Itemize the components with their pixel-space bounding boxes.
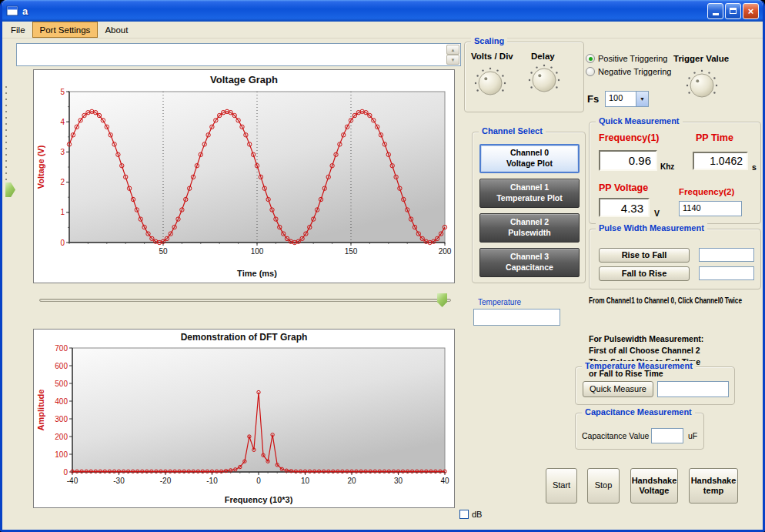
horizontal-slider-track[interactable]	[39, 299, 451, 302]
message-textbox[interactable]: ▲ ▼	[16, 43, 461, 66]
svg-text:500: 500	[55, 380, 68, 388]
channel-select-group: Channel Select Channel 0 Voltage Plot Ch…	[472, 132, 586, 283]
quick-measure-button[interactable]: Quick Measure	[583, 381, 653, 397]
negative-triggering-radio[interactable]: Negative Triggering	[586, 67, 671, 76]
menu-file[interactable]: File	[4, 22, 32, 38]
channel3-line2: Capacitance	[506, 263, 553, 273]
svg-text:Time (ms): Time (ms)	[237, 269, 277, 278]
channel1-line2: Temperature Plot	[496, 193, 563, 204]
handshake-voltage-line1: Handshake	[632, 476, 677, 486]
handshake-voltage-button[interactable]: Handshake Voltage	[630, 468, 678, 504]
svg-text:200: 200	[55, 433, 68, 441]
instruction-line3: First of all Choose Channel 2	[589, 346, 700, 355]
channel1-line1: Channel 1	[510, 182, 549, 193]
quick-measurement-group: Quick Measurement Frequency(1) PP Time 0…	[589, 122, 761, 224]
vertical-slider-thumb[interactable]	[5, 182, 15, 197]
db-checkbox-label: dB	[472, 510, 482, 519]
close-button[interactable]: ×	[743, 3, 759, 19]
maximize-icon	[730, 8, 737, 14]
svg-text:10: 10	[301, 477, 310, 485]
menu-about[interactable]: About	[98, 22, 135, 38]
svg-text:0: 0	[63, 468, 68, 477]
delay-label: Delay	[531, 52, 555, 61]
temperature-measurement-group: Temperature Measurement Quick Measure	[575, 366, 735, 405]
maximize-button[interactable]	[725, 3, 741, 19]
svg-text:4: 4	[60, 118, 65, 126]
fs-value[interactable]: 100	[605, 91, 636, 107]
svg-text:40: 40	[440, 477, 449, 485]
app-icon	[6, 5, 18, 17]
capacitance-value-field[interactable]	[651, 428, 683, 443]
svg-text:Frequency (10*3): Frequency (10*3)	[225, 495, 293, 504]
frequency1-label: Frequency(1)	[599, 132, 660, 143]
frequency1-unit: Khz	[660, 162, 674, 171]
svg-text:30: 30	[394, 477, 403, 485]
capacitance-measurement-group: Capacitance Measurement Capacitance Valu…	[575, 413, 704, 450]
rise-to-fall-field[interactable]	[699, 248, 754, 262]
vertical-slider[interactable]	[3, 82, 17, 291]
frequency1-field[interactable]: 0.96	[599, 150, 657, 171]
rise-to-fall-button[interactable]: Rise to Fall	[599, 248, 690, 263]
chevron-down-icon[interactable]: ▼	[636, 91, 649, 107]
volts-div-label: Volts / Div	[471, 52, 513, 61]
radio-dot-icon	[586, 54, 595, 63]
fall-to-rise-button[interactable]: Fall to Rise	[599, 266, 690, 281]
stop-button[interactable]: Stop	[587, 468, 620, 504]
svg-text:Amplitude: Amplitude	[36, 390, 45, 431]
svg-text:Voltage (V): Voltage (V)	[36, 145, 45, 189]
channel3-button[interactable]: Channel 3 Capacitance	[479, 248, 580, 277]
instruction-line1: From Channel1 to Channel 0, Click Channe…	[589, 296, 742, 305]
positive-triggering-label: Positive Triggering	[598, 54, 668, 63]
volts-div-knob[interactable]	[474, 65, 506, 98]
db-checkbox-row: dB	[459, 510, 482, 519]
svg-text:100: 100	[55, 450, 68, 459]
handshake-temp-line2: temp	[703, 486, 723, 496]
scroll-up-icon[interactable]: ▲	[446, 45, 459, 55]
delay-knob[interactable]	[528, 62, 560, 95]
vertical-slider-ticks	[5, 86, 7, 181]
fs-label: Fs	[587, 93, 599, 105]
channel2-button[interactable]: Channel 2 Pulsewidth	[479, 213, 580, 243]
svg-text:20: 20	[347, 477, 356, 485]
temperature-label: Temperature	[478, 298, 521, 306]
window-title: a	[22, 5, 706, 17]
temperature-measure-field[interactable]	[657, 381, 729, 397]
fall-to-rise-field[interactable]	[699, 266, 754, 280]
pp-voltage-unit: V	[654, 209, 660, 218]
pp-time-unit: s	[752, 162, 757, 172]
start-button[interactable]: Start	[546, 468, 577, 504]
trigger-value-knob[interactable]	[686, 68, 718, 100]
capacitance-value-label: Capacitance Value	[582, 431, 649, 440]
fs-combobox[interactable]: 100 ▼	[605, 91, 649, 107]
menu-port-settings[interactable]: Port Settings	[32, 22, 99, 38]
trigger-value-label: Trigger Value	[673, 54, 729, 63]
pp-voltage-field[interactable]: 4.33	[599, 198, 650, 217]
pp-voltage-label: PP Voltage	[599, 182, 648, 193]
horizontal-slider-thumb[interactable]	[437, 293, 447, 307]
svg-text:-10: -10	[206, 477, 218, 485]
channel1-button[interactable]: Channel 1 Temperature Plot	[479, 179, 580, 208]
db-checkbox[interactable]	[459, 510, 469, 519]
dft-chart: Demonstration of DFT Graph-40-30-20-1001…	[33, 329, 455, 508]
channel0-button[interactable]: Channel 0 Voltage Plot	[479, 144, 580, 173]
svg-text:700: 700	[55, 344, 68, 353]
dft-chart-canvas: Demonstration of DFT Graph-40-30-20-1001…	[34, 330, 454, 507]
pp-time-label: PP Time	[696, 132, 733, 143]
svg-text:0: 0	[60, 239, 65, 247]
svg-text:Voltage Graph: Voltage Graph	[210, 74, 278, 85]
message-scrollbar[interactable]: ▲ ▼	[446, 45, 459, 65]
frequency2-field[interactable]: 1140	[679, 201, 742, 216]
positive-triggering-radio[interactable]: Positive Triggering	[586, 54, 668, 63]
horizontal-slider[interactable]	[36, 293, 454, 308]
voltage-chart-canvas: Voltage Graph50100150200012345Time (ms)V…	[34, 70, 454, 283]
minimize-button[interactable]	[707, 3, 723, 19]
channel3-line1: Channel 3	[510, 252, 549, 263]
svg-text:600: 600	[55, 362, 68, 370]
capacitance-unit: uF	[688, 431, 697, 440]
svg-text:200: 200	[439, 247, 452, 256]
pp-time-field[interactable]: 1.0462	[693, 152, 748, 170]
scroll-down-icon[interactable]: ▼	[446, 55, 459, 65]
handshake-temp-button[interactable]: Handshake temp	[689, 468, 738, 504]
temperature-field[interactable]	[473, 309, 560, 326]
channel0-line1: Channel 0	[510, 148, 549, 159]
